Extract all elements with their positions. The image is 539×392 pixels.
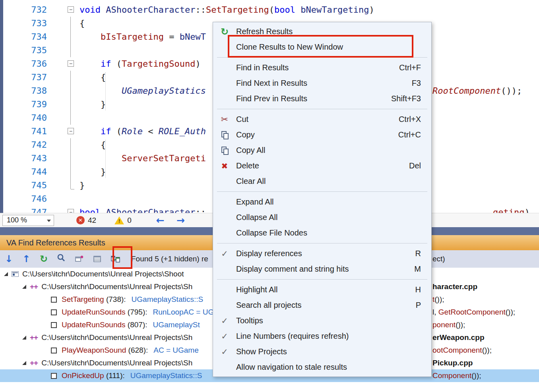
fold-margin [47,152,79,165]
menu-item-clear-all[interactable]: Clear All [213,174,431,189]
fold-toggle-icon[interactable]: − [68,209,74,213]
window-edge [0,0,3,227]
fold-guide-line [70,138,71,152]
results-summary-fragment: ect) [432,255,445,263]
menu-item-label: Find Prev in Results [236,94,391,103]
menu-item-highlight-all[interactable]: Highlight AllH [213,282,431,297]
fold-margin: − [47,3,79,17]
fold-guide-line [70,111,71,125]
menu-item-copy[interactable]: CopyCtrl+C [213,127,431,143]
line-number: 738 [3,84,47,98]
row-right-fragment: ootComponent()); [432,344,492,357]
reference-line-number: (111): [104,371,125,380]
annotation-box-clone-menu-item [228,35,413,58]
menu-item-shortcut: P [416,301,421,310]
menu-item-cut[interactable]: ✂CutCtrl+X [213,112,431,127]
menu-item-find-prev-in-results[interactable]: Find Prev in ResultsShift+F3 [213,91,431,106]
menu-item-copy-all[interactable]: Copy All [213,143,431,158]
fold-toggle-icon[interactable]: − [68,128,74,134]
line-number: 733 [3,17,47,30]
check-icon: ✓ [221,347,228,357]
line-number: 736 [3,57,47,71]
expander-icon[interactable] [22,285,26,289]
fold-margin [47,192,79,206]
reference-name: OnPickedUp [62,371,104,380]
fold-margin [47,30,79,44]
zoom-select[interactable]: 100 % [2,215,54,226]
fold-toggle-icon[interactable]: − [68,6,74,13]
menu-item-label: Display references [236,249,415,258]
menu-item-collapse-file-nodes[interactable]: Collapse File Nodes [213,225,431,241]
file-path: C:\Users\itchr\Documents\Unreal Projects… [41,333,192,342]
fold-margin [47,17,79,30]
menu-item-search-all-projects[interactable]: Search all projectsP [213,297,431,313]
code-text: } [79,165,106,179]
scissors-icon: ✂ [221,114,228,124]
code-text: { [79,17,85,30]
line-number: 741 [3,125,47,138]
line-number: 732 [3,3,47,17]
line-number: 740 [3,111,47,125]
next-result-icon[interactable]: ↓ [0,253,17,265]
error-icon[interactable]: ✕ [76,216,85,224]
menu-item-shortcut: Ctrl+F [399,63,421,72]
menu-item-expand-all[interactable]: Expand All [213,194,431,210]
fold-margin [47,84,79,98]
menu-item-shortcut: Del [409,161,421,170]
reference-icon [51,373,57,379]
dropdown-arrow-icon [47,220,51,222]
warning-icon[interactable]: ! [114,216,124,224]
line-number: 744 [3,165,47,179]
menu-item-delete[interactable]: ✖DeleteDel [213,158,431,174]
navigate-back-icon[interactable]: ← [156,214,165,226]
menu-item-shortcut: Shift+F3 [391,94,421,103]
menu-item-label: Find in Results [236,63,399,72]
reference-line-number: (628): [126,346,148,355]
expander-icon[interactable] [22,361,26,365]
fold-guide-line [70,84,71,98]
refresh-results-icon[interactable]: ↻ [35,253,52,265]
fold-guide-line [70,152,71,165]
menu-item-shortcut: Ctrl+C [398,130,421,139]
fold-margin [47,138,79,152]
find-icon[interactable] [52,253,70,265]
line-number: 734 [3,30,47,44]
menu-item-label: Cut [236,115,399,124]
indent-guide [105,72,106,110]
menu-item-display-comment-and-string-hits[interactable]: Display comment and string hitsM [213,261,431,277]
menu-item-label: Expand All [236,197,431,207]
expander-icon[interactable] [4,272,8,276]
menu-item-find-next-in-results[interactable]: Find Next in ResultsF3 [213,75,431,91]
expander-icon[interactable] [22,336,26,340]
menu-item-label: Clear All [236,177,431,186]
reference-code: UGameplaySt [153,321,200,329]
code-text: ServerSetTargeti [79,152,206,165]
menu-item-show-projects[interactable]: ✓Show Projects [213,344,431,359]
reference-line-number: (807): [126,321,147,329]
menu-item-shortcut: F3 [412,79,421,88]
view-columns-icon[interactable] [88,251,107,266]
menu-item-find-in-results[interactable]: Find in ResultsCtrl+F [213,60,431,75]
prev-result-icon[interactable]: ↑ [17,253,35,265]
error-count: 42 [88,216,96,225]
code-text: { [79,138,106,152]
code-text: if (Role < ROLE_Auth [79,125,206,138]
navigate-forward-icon[interactable]: → [176,214,185,226]
fold-guide-line [70,179,71,189]
menu-item-label: Search all projects [236,301,416,310]
fold-toggle-icon[interactable]: − [68,60,74,67]
results-root-icon [12,271,19,277]
menu-item-allow-navigation-to-stale-results[interactable]: Allow navigation to stale results [213,359,431,375]
menu-item-tooltips[interactable]: ✓Tooltips [213,313,431,328]
reference-code: RunLoopAC = UG [153,308,214,317]
open-results-window-icon[interactable] [70,251,88,266]
reference-code: UGameplayStatics::S [130,371,202,380]
fold-margin [47,98,79,111]
code-text: { [79,71,106,84]
application-window: 732−void AShooterCharacter::SetTargeting… [0,0,539,392]
menu-item-collapse-all[interactable]: Collapse All [213,210,431,225]
menu-item-line-numbers-requires-refresh[interactable]: ✓Line Numbers (requires refresh) [213,328,431,344]
code-text: void AShooterCharacter::SetTargeting(boo… [79,3,374,17]
row-right-fragment: Pickup.cpp [432,357,473,369]
menu-item-display-references[interactable]: ✓Display referencesR [213,246,431,261]
